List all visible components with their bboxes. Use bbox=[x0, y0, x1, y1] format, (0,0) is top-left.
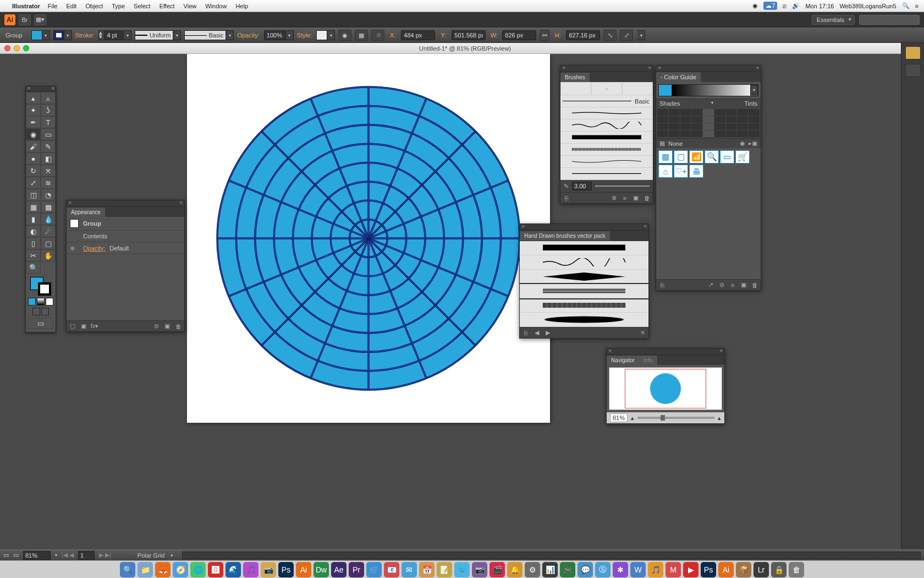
hd-close-icon[interactable]: ✕ bbox=[639, 329, 646, 337]
hd-brush-5[interactable] bbox=[520, 298, 648, 313]
perspective-grid-tool[interactable]: ▦ bbox=[26, 201, 41, 213]
change-screen-mode[interactable]: ▭ bbox=[28, 318, 53, 329]
brush-item-2[interactable] bbox=[560, 119, 653, 132]
edit-colors-icon[interactable]: ◉ bbox=[740, 140, 745, 147]
symbol-options-icon[interactable]: ≡ bbox=[729, 281, 736, 289]
magic-wand-tool[interactable]: ✦ bbox=[26, 104, 41, 116]
fill-stroke-indicator[interactable] bbox=[30, 277, 51, 296]
dock-app-13[interactable]: Pr bbox=[349, 562, 364, 577]
harmony-menu[interactable]: ▾ bbox=[750, 85, 758, 95]
symbol-search-icon[interactable]: 🔍 bbox=[705, 150, 719, 163]
dock-app-38[interactable]: 🗑 bbox=[789, 562, 804, 577]
symbol-libraries-icon[interactable]: ⎘ bbox=[658, 281, 666, 289]
gradient-tool[interactable]: ▮ bbox=[26, 213, 41, 225]
stroke-weight-input[interactable]: ▴▾▾ bbox=[98, 30, 131, 40]
remove-brush-stroke-icon[interactable]: ⊗ bbox=[610, 194, 618, 202]
brush-cal-1[interactable]: · bbox=[560, 82, 591, 95]
column-graph-tool[interactable]: ▯ bbox=[26, 237, 41, 249]
eyedropper-tool[interactable]: 💧 bbox=[41, 213, 56, 225]
grid-view-icon[interactable]: ▦ bbox=[659, 140, 665, 147]
dock-app-37[interactable]: 🔒 bbox=[771, 562, 787, 577]
brushes-tab[interactable]: Brushes bbox=[560, 73, 590, 82]
navigator-viewbox[interactable] bbox=[625, 369, 706, 408]
polar-grid-artwork[interactable] bbox=[187, 54, 550, 423]
dock-app-28[interactable]: ✱ bbox=[613, 562, 628, 577]
new-fill-icon[interactable]: ▣ bbox=[80, 323, 87, 330]
hand-drawn-list[interactable] bbox=[520, 241, 648, 327]
polar-grid-tool[interactable]: ◉ bbox=[26, 128, 41, 140]
eraser-tool[interactable]: ◧ bbox=[41, 152, 56, 165]
dock-app-22[interactable]: 🔔 bbox=[507, 562, 522, 577]
hand-drawn-header[interactable] bbox=[520, 224, 648, 231]
dock-app-20[interactable]: 📷 bbox=[472, 562, 487, 577]
navigator-zoom-slider[interactable] bbox=[637, 417, 714, 419]
opacity-label[interactable]: Opacity: bbox=[237, 32, 259, 39]
style-label[interactable]: Style: bbox=[297, 32, 312, 39]
bridge-button[interactable]: Br bbox=[19, 14, 31, 25]
dock-app-24[interactable]: 📊 bbox=[542, 562, 558, 577]
artboard-nav-input[interactable] bbox=[78, 551, 95, 560]
free-transform-tool[interactable]: ◫ bbox=[26, 189, 41, 201]
w-input[interactable] bbox=[502, 30, 536, 40]
symbol-sprayer-tool[interactable]: ☄ bbox=[41, 225, 56, 237]
menu-help[interactable]: Help bbox=[235, 3, 248, 9]
color-mode-gradient[interactable] bbox=[37, 298, 45, 306]
pencil-tool[interactable]: ✎ bbox=[41, 140, 56, 152]
navigator-tab[interactable]: Navigator bbox=[607, 356, 639, 365]
brush-definition-select[interactable]: Basic▾ bbox=[184, 30, 234, 40]
app-name[interactable]: Illustrator bbox=[12, 3, 40, 9]
clear-appearance-icon[interactable]: ⊘ bbox=[152, 323, 160, 330]
zoom-tool[interactable]: 🔍 bbox=[26, 261, 41, 274]
hd-brush-2[interactable] bbox=[520, 255, 648, 270]
dock-app-9[interactable]: Ps bbox=[278, 562, 294, 577]
harmony-colors[interactable] bbox=[672, 85, 750, 96]
reflect-tool[interactable]: ⤧ bbox=[41, 165, 56, 177]
dock-app-3[interactable]: 🧭 bbox=[173, 562, 188, 577]
record-icon[interactable]: ◉ bbox=[752, 2, 758, 9]
clock[interactable]: Mon 17:16 bbox=[805, 3, 834, 9]
direct-selection-tool[interactable]: ▵ bbox=[41, 92, 56, 104]
harmony-rule-row[interactable]: ▾ bbox=[658, 84, 758, 96]
workspace-switcher[interactable]: Essentials bbox=[812, 15, 855, 25]
status-icon-2[interactable]: ▭ bbox=[13, 552, 19, 559]
dock-app-0[interactable]: 🔍 bbox=[120, 562, 135, 577]
arrange-documents-button[interactable]: ▦▾ bbox=[34, 14, 46, 25]
dock-app-15[interactable]: 📧 bbox=[384, 562, 399, 577]
brush-item-6[interactable] bbox=[560, 168, 653, 180]
new-stroke-icon[interactable]: ▢ bbox=[69, 323, 76, 330]
color-guide-header[interactable] bbox=[656, 66, 761, 72]
dock-app-6[interactable]: 🌊 bbox=[226, 562, 241, 577]
width-tool[interactable]: ≋ bbox=[41, 177, 56, 189]
dock-app-33[interactable]: Ps bbox=[701, 562, 716, 577]
hand-drawn-tab[interactable]: Hand Drawn brushes vector pack bbox=[520, 231, 610, 241]
break-link-icon[interactable]: ⊘ bbox=[718, 281, 725, 289]
brush-width-input[interactable] bbox=[572, 182, 592, 190]
navigator-zoom-value[interactable]: 81% bbox=[610, 413, 628, 422]
dock-app-18[interactable]: 📝 bbox=[437, 562, 452, 577]
selection-tool[interactable]: ▴ bbox=[26, 92, 41, 104]
navigator-preview[interactable] bbox=[609, 367, 722, 410]
dock-app-23[interactable]: ⚙ bbox=[525, 562, 540, 577]
save-group-icon[interactable]: ▸▣ bbox=[749, 140, 757, 147]
status-icon-1[interactable]: ▭ bbox=[3, 552, 9, 559]
volume-icon[interactable]: 🔊 bbox=[792, 2, 800, 9]
tools-panel-header[interactable] bbox=[26, 86, 56, 92]
brush-item-4[interactable] bbox=[560, 144, 653, 156]
navigator-header[interactable] bbox=[607, 348, 724, 355]
screen-mode-full[interactable] bbox=[41, 308, 49, 315]
reference-point-selector[interactable]: ⦾ bbox=[371, 30, 384, 41]
add-effect-icon[interactable]: fx▾ bbox=[91, 323, 98, 330]
hd-brush-1[interactable] bbox=[520, 241, 648, 255]
duplicate-item-icon[interactable]: ▣ bbox=[163, 323, 171, 330]
symbol-cart-icon[interactable]: 🛒 bbox=[735, 150, 750, 163]
menu-file[interactable]: File bbox=[48, 3, 58, 9]
transform-more[interactable]: ▾ bbox=[637, 30, 645, 40]
hd-brush-6[interactable] bbox=[520, 313, 648, 327]
brush-cal-3[interactable] bbox=[622, 82, 653, 95]
symbol-rss-icon[interactable]: 📶 bbox=[689, 150, 703, 163]
delete-symbol-icon[interactable]: 🗑 bbox=[751, 281, 758, 289]
dock-icon-2[interactable] bbox=[905, 64, 921, 77]
navigator-zoom-in-icon[interactable]: ▴ bbox=[718, 415, 721, 422]
graphic-style-select[interactable]: ▾ bbox=[316, 30, 335, 40]
constrain-proportions-button[interactable]: ⚯ bbox=[540, 30, 549, 41]
